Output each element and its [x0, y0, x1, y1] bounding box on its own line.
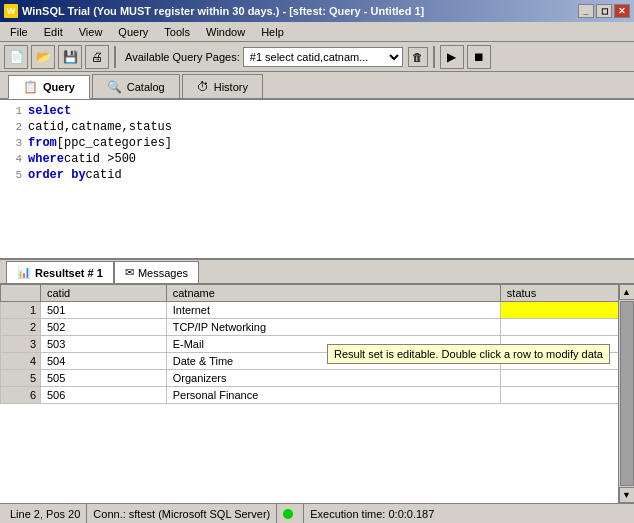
scroll-thumb[interactable]: [620, 301, 634, 486]
code-text: catid: [86, 168, 122, 182]
code-keyword: select: [28, 104, 71, 118]
print-button[interactable]: 🖨: [85, 45, 109, 69]
sql-editor[interactable]: 1 select 2 catid,catname,status 3 from […: [0, 100, 634, 260]
title-bar: W WinSQL Trial (You MUST register within…: [0, 0, 634, 22]
toolbar: 📄 📂 💾 🖨 Available Query Pages: #1 select…: [0, 42, 634, 72]
query-tab-icon: 📋: [23, 80, 38, 94]
execution-time-text: Execution time: 0:0:0.187: [310, 508, 434, 520]
app-icon: W: [4, 4, 18, 18]
delete-query-button[interactable]: 🗑: [408, 47, 428, 67]
cell-catname: Internet: [166, 302, 500, 319]
line-number: 4: [4, 153, 22, 165]
line-number: 1: [4, 105, 22, 117]
table-row[interactable]: 1 501 Internet: [1, 302, 634, 319]
tab-catalog-label: Catalog: [127, 81, 165, 93]
col-header-catname: catname: [166, 285, 500, 302]
table-row[interactable]: 2 502 TCP/IP Networking: [1, 319, 634, 336]
results-table-container[interactable]: catid catname status 1 501 Internet 2 50…: [0, 284, 634, 503]
code-keyword: order by: [28, 168, 86, 182]
connection-text: Conn.: sftest (Microsoft SQL Server): [93, 508, 270, 520]
vertical-scrollbar[interactable]: ▲ ▼: [618, 284, 634, 503]
row-num: 2: [1, 319, 41, 336]
line-number: 5: [4, 169, 22, 181]
code-line-1: 1 select: [4, 104, 630, 120]
code-line-5: 5 order by catid: [4, 168, 630, 184]
title-bar-text: W WinSQL Trial (You MUST register within…: [4, 4, 424, 18]
catalog-tab-icon: 🔍: [107, 80, 122, 94]
code-line-2: 2 catid,catname,status: [4, 120, 630, 136]
status-bar: Line 2, Pos 20 Conn.: sftest (Microsoft …: [0, 503, 634, 523]
main-content: 📋 Query 🔍 Catalog ⏱ History 1 select 2 c…: [0, 72, 634, 503]
line-number: 3: [4, 137, 22, 149]
status-connection: Conn.: sftest (Microsoft SQL Server): [87, 504, 277, 523]
row-num: 3: [1, 336, 41, 353]
code-text: catid >500: [64, 152, 136, 166]
query-pages-label: Available Query Pages:: [125, 51, 240, 63]
code-text: catid,catname,status: [28, 120, 172, 134]
status-indicator: [277, 504, 304, 523]
menu-help[interactable]: Help: [255, 24, 290, 40]
run-button[interactable]: ▶: [440, 45, 464, 69]
scroll-down-button[interactable]: ▼: [619, 487, 635, 503]
tab-catalog[interactable]: 🔍 Catalog: [92, 74, 180, 98]
code-text: [ppc_categories]: [57, 136, 172, 150]
messages-tab[interactable]: ✉ Messages: [114, 261, 199, 283]
tabs-bar: 📋 Query 🔍 Catalog ⏱ History: [0, 72, 634, 100]
cell-catid: 502: [41, 319, 167, 336]
results-tabs: 📊 Resultset # 1 ✉ Messages: [0, 260, 634, 284]
tab-query[interactable]: 📋 Query: [8, 75, 90, 99]
query-pages-select[interactable]: #1 select catid,catnam...: [243, 47, 403, 67]
col-header-catid: catid: [41, 285, 167, 302]
code-keyword: where: [28, 152, 64, 166]
title-controls: _ ◻ ✕: [578, 4, 630, 18]
table-row[interactable]: 6 506 Personal Finance: [1, 387, 634, 404]
resultset-tab[interactable]: 📊 Resultset # 1: [6, 261, 114, 283]
menu-query[interactable]: Query: [112, 24, 154, 40]
row-num: 6: [1, 387, 41, 404]
minimize-button[interactable]: _: [578, 4, 594, 18]
new-button[interactable]: 📄: [4, 45, 28, 69]
menu-bar: File Edit View Query Tools Window Help: [0, 22, 634, 42]
menu-window[interactable]: Window: [200, 24, 251, 40]
tab-query-label: Query: [43, 81, 75, 93]
cell-catid: 504: [41, 353, 167, 370]
status-execution: Execution time: 0:0:0.187: [304, 504, 440, 523]
scroll-up-button[interactable]: ▲: [619, 284, 635, 300]
cell-status: [500, 302, 633, 319]
save-button[interactable]: 💾: [58, 45, 82, 69]
cell-status: [500, 387, 633, 404]
menu-view[interactable]: View: [73, 24, 109, 40]
results-area: 📊 Resultset # 1 ✉ Messages catid catname…: [0, 260, 634, 503]
connection-dot: [283, 509, 293, 519]
menu-edit[interactable]: Edit: [38, 24, 69, 40]
code-keyword: from: [28, 136, 57, 150]
position-text: Line 2, Pos 20: [10, 508, 80, 520]
row-num: 5: [1, 370, 41, 387]
close-button[interactable]: ✕: [614, 4, 630, 18]
cell-catid: 503: [41, 336, 167, 353]
resultset-tab-icon: 📊: [17, 266, 31, 279]
table-row[interactable]: 5 505 Organizers: [1, 370, 634, 387]
menu-file[interactable]: File: [4, 24, 34, 40]
menu-tools[interactable]: Tools: [158, 24, 196, 40]
messages-tab-label: Messages: [138, 267, 188, 279]
toolbar-separator: [114, 46, 116, 68]
stop-button[interactable]: ⏹: [467, 45, 491, 69]
line-number: 2: [4, 121, 22, 133]
resultset-tab-label: Resultset # 1: [35, 267, 103, 279]
code-line-4: 4 where catid >500: [4, 152, 630, 168]
cell-catid: 501: [41, 302, 167, 319]
cell-catname: Personal Finance: [166, 387, 500, 404]
restore-button[interactable]: ◻: [596, 4, 612, 18]
row-num: 4: [1, 353, 41, 370]
tab-history-label: History: [214, 81, 248, 93]
cell-status: [500, 319, 633, 336]
cell-catname: Organizers: [166, 370, 500, 387]
tab-history[interactable]: ⏱ History: [182, 74, 263, 98]
messages-tab-icon: ✉: [125, 266, 134, 279]
code-line-3: 3 from [ppc_categories]: [4, 136, 630, 152]
toolbar-separator2: [433, 46, 435, 68]
open-button[interactable]: 📂: [31, 45, 55, 69]
cell-catid: 505: [41, 370, 167, 387]
cell-catid: 506: [41, 387, 167, 404]
